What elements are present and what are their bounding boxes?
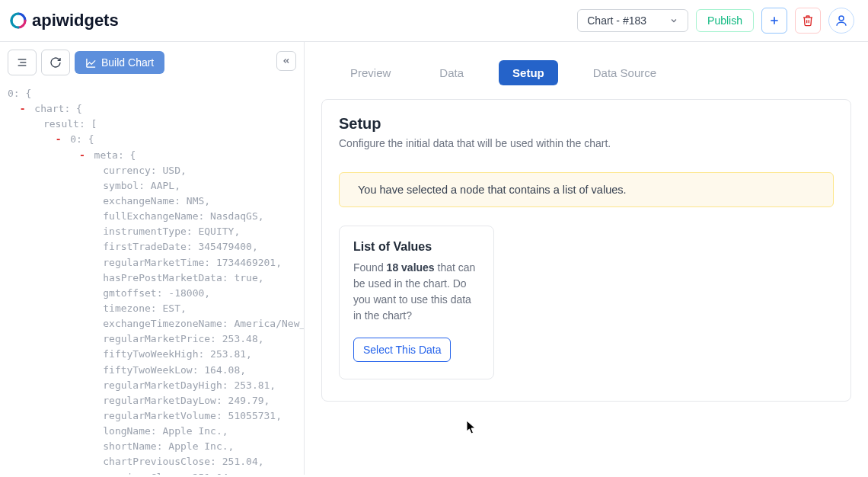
card-description: Found 18 values that can be used in the …	[353, 260, 480, 324]
delete-button[interactable]	[795, 8, 821, 34]
left-pane: Build Chart 0: { - chart: { result: [ - …	[0, 42, 305, 475]
refresh-icon	[49, 56, 62, 69]
logo-icon	[9, 11, 27, 30]
tab-setup[interactable]: Setup	[499, 60, 558, 85]
header-actions: Chart - #183 Publish	[577, 8, 854, 34]
info-alert: You have selected a node that contains a…	[339, 172, 834, 207]
panel-title: Setup	[339, 115, 834, 133]
tab-data-source[interactable]: Data Source	[579, 60, 670, 85]
plus-icon	[768, 14, 780, 27]
tab-data[interactable]: Data	[426, 60, 477, 85]
brand-logo[interactable]: apiwidgets	[9, 11, 119, 30]
chart-selector-label: Chart - #183	[587, 14, 646, 27]
json-tree-viewer[interactable]: 0: { - chart: { result: [ - 0: { - meta:…	[0, 83, 304, 475]
chevron-double-left-icon	[282, 56, 291, 66]
select-data-button[interactable]: Select This Data	[353, 338, 451, 362]
indent-button[interactable]	[8, 50, 37, 75]
add-button[interactable]	[761, 8, 787, 34]
values-card: List of Values Found 18 values that can …	[339, 226, 494, 379]
left-toolbar: Build Chart	[0, 42, 304, 83]
build-chart-label: Build Chart	[101, 56, 154, 69]
refresh-button[interactable]	[41, 50, 70, 75]
tab-bar: Preview Data Setup Data Source	[305, 42, 868, 99]
card-text-count: 18 values	[387, 261, 435, 274]
brand-text: apiwidgets	[32, 11, 119, 30]
main: Build Chart 0: { - chart: { result: [ - …	[0, 42, 868, 475]
collapse-left-button[interactable]	[276, 51, 296, 71]
indent-icon	[16, 56, 28, 69]
chart-selector[interactable]: Chart - #183	[577, 9, 688, 32]
panel-subtitle: Configure the initial data that will be …	[339, 137, 834, 149]
header: apiwidgets Chart - #183 Publish	[0, 0, 868, 42]
publish-button[interactable]: Publish	[696, 9, 754, 32]
card-text-found: Found	[353, 261, 387, 274]
build-chart-button[interactable]: Build Chart	[75, 51, 164, 74]
right-pane: Preview Data Setup Data Source Setup Con…	[305, 42, 868, 475]
card-title: List of Values	[353, 240, 480, 254]
setup-panel: Setup Configure the initial data that wi…	[321, 99, 851, 402]
chart-line-icon	[85, 57, 97, 69]
chevron-down-icon	[669, 16, 678, 25]
tab-preview[interactable]: Preview	[337, 60, 404, 85]
trash-icon	[802, 14, 814, 27]
user-icon	[834, 14, 848, 27]
svg-point-2	[839, 16, 844, 21]
user-button[interactable]	[828, 8, 854, 34]
